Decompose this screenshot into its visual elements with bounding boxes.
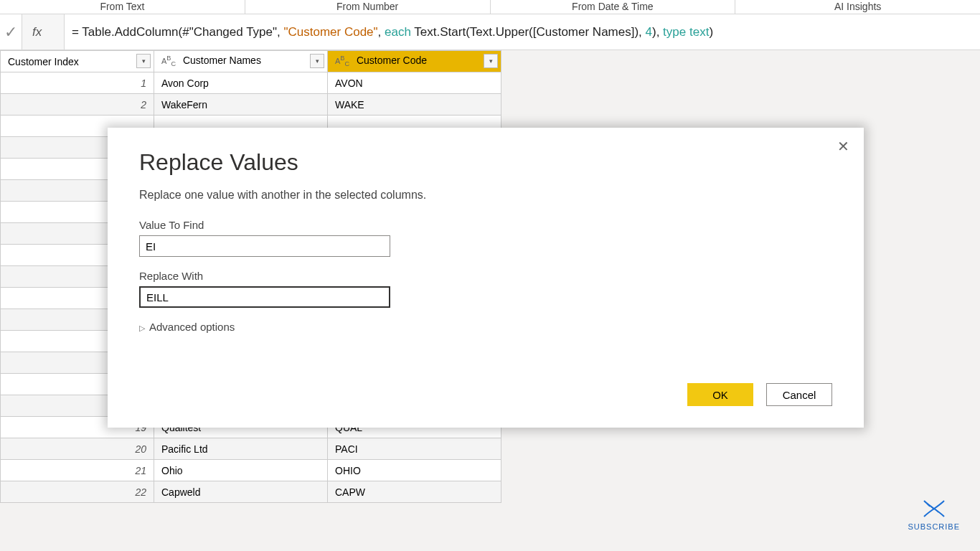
ribbon-tab-from-date-time[interactable]: From Date & Time xyxy=(491,0,736,14)
column-header-customer-names[interactable]: ABC Customer Names ▾ xyxy=(154,51,328,72)
cancel-button[interactable]: Cancel xyxy=(766,383,832,406)
formula-bar: ✓ fx = Table.AddColumn(#"Changed Type", … xyxy=(0,14,980,50)
column-header-customer-code[interactable]: ABC Customer Code ▾ xyxy=(328,51,501,72)
table-row[interactable]: 22 Capweld CAPW xyxy=(1,481,501,503)
formula-input[interactable]: = Table.AddColumn(#"Changed Type", "Cust… xyxy=(65,14,980,50)
close-icon[interactable]: ✕ xyxy=(837,138,849,155)
ok-button[interactable]: OK xyxy=(687,383,753,406)
replace-with-label: Replace With xyxy=(139,270,832,282)
column-filter-dropdown[interactable]: ▾ xyxy=(484,54,498,68)
ribbon-tab-from-text[interactable]: From Text xyxy=(0,0,245,14)
value-to-find-input[interactable] xyxy=(139,235,390,257)
replace-values-dialog: ✕ Replace Values Replace one value with … xyxy=(108,128,864,428)
table-row[interactable]: 21 Ohio OHIO xyxy=(1,460,501,481)
table-row[interactable]: 1 Avon Corp AVON xyxy=(1,72,501,94)
formula-commit-icon[interactable]: ✓ xyxy=(0,23,22,42)
column-header-customer-index[interactable]: Customer Index ▾ xyxy=(1,51,154,72)
ribbon-tabs: From Text From Number From Date & Time A… xyxy=(0,0,980,14)
advanced-options-toggle[interactable]: Advanced options xyxy=(139,321,832,333)
replace-with-input[interactable] xyxy=(139,286,390,308)
column-filter-dropdown[interactable]: ▾ xyxy=(136,54,151,68)
ribbon-tab-ai-insights[interactable]: AI Insights xyxy=(735,0,980,14)
table-row[interactable]: 20 Pacific Ltd PACI xyxy=(1,438,501,460)
dialog-title: Replace Values xyxy=(139,149,832,176)
fx-label: fx xyxy=(22,14,65,50)
column-filter-dropdown[interactable]: ▾ xyxy=(310,54,324,68)
subscribe-watermark: SUBSCRIBE xyxy=(908,498,960,531)
abc-type-icon: ABC xyxy=(161,57,176,65)
abc-type-icon: ABC xyxy=(335,57,349,65)
dna-icon xyxy=(920,498,948,519)
ribbon-tab-from-number[interactable]: From Number xyxy=(245,0,491,14)
dialog-subtitle: Replace one value with another in the se… xyxy=(139,189,832,202)
value-to-find-label: Value To Find xyxy=(139,219,832,231)
table-row[interactable]: 2 WakeFern WAKE xyxy=(1,94,501,116)
